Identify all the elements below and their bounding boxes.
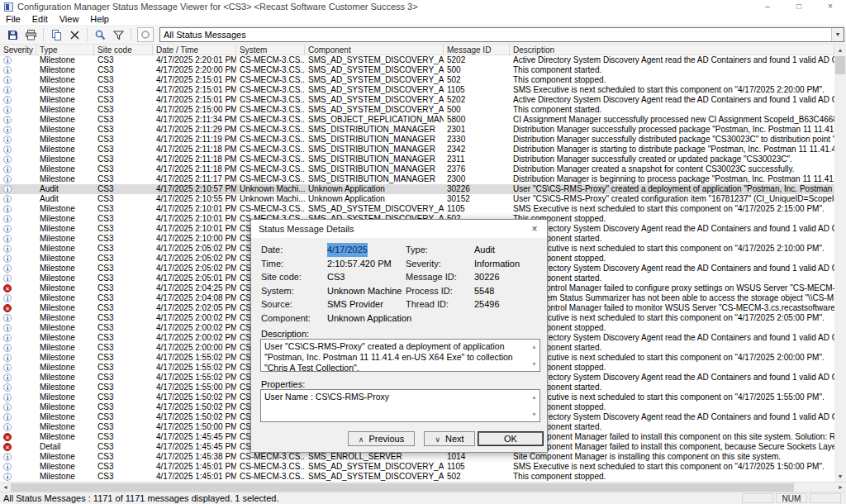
site-code-cell: CS3: [94, 303, 153, 313]
scroll-down-icon[interactable]: ▼: [531, 409, 537, 420]
table-row[interactable]: iMilestoneCS34/17/2025 2:11:18 PMCS-MECM…: [0, 164, 834, 174]
menu-view[interactable]: View: [54, 14, 85, 24]
site-code-cell: CS3: [94, 65, 153, 75]
table-row[interactable]: iMilestoneCS34/17/2025 2:11:17 PMCS-MECM…: [0, 174, 834, 184]
scroll-up-icon[interactable]: ▲: [531, 341, 537, 352]
site-code-cell: CS3: [94, 244, 153, 254]
type-cell: Milestone: [36, 244, 94, 254]
table-row[interactable]: iAuditCS34/17/2025 2:10:57 PMUnknown Mac…: [0, 184, 834, 194]
description-box[interactable]: User "CS\CS-RMS-Proxy" created a deploym…: [260, 339, 540, 372]
minimize-button[interactable]: –: [752, 0, 783, 13]
column-header-description[interactable]: Description: [510, 45, 834, 55]
horizontal-scroll-thumb[interactable]: [11, 483, 794, 492]
site-code-cell: CS3: [94, 462, 153, 472]
table-row[interactable]: iMilestoneCS34/17/2025 2:20:01 PMCS-MECM…: [0, 55, 834, 65]
table-row[interactable]: iMilestoneCS34/17/2025 2:15:01 PMCS-MECM…: [0, 95, 834, 105]
detail-view-button[interactable]: [91, 26, 109, 43]
site-code-cell: CS3: [94, 184, 153, 194]
description-cell: This component stopped.: [510, 323, 834, 333]
restore-button[interactable]: □: [783, 0, 815, 13]
message-filter-combo[interactable]: All Status Messages ▾: [159, 27, 844, 42]
close-button[interactable]: ×: [815, 0, 846, 13]
chevron-down-icon[interactable]: ▾: [831, 28, 844, 41]
scroll-up-icon[interactable]: ▲: [531, 392, 537, 402]
table-row[interactable]: iMilestoneCS34/17/2025 2:15:01 PMCS-MECM…: [0, 75, 834, 85]
severity-cell: i: [0, 383, 36, 392]
ok-button[interactable]: OK: [478, 431, 544, 446]
table-row[interactable]: iMilestoneCS34/17/2025 1:45:01 PMCS-MECM…: [0, 462, 834, 472]
component-cell: SMS_AD_SYSTEM_DISCOVERY_AGENT: [305, 75, 444, 85]
column-header-component[interactable]: Component: [305, 45, 444, 55]
component-cell: SMS_DISTRIBUTION_MANAGER: [305, 135, 444, 145]
severity-cell: i: [0, 204, 36, 214]
description-label: Description:: [261, 329, 309, 339]
properties-box[interactable]: User Name : CS\CS-RMS-Proxy ▲ ▼: [260, 389, 540, 422]
dialog-fields-right: Type:AuditSeverity:InformationMessage ID…: [406, 243, 542, 311]
scroll-down-icon[interactable]: ▼: [531, 359, 537, 369]
date-time-cell: 4/17/2025 1:55:02 PM: [153, 363, 236, 373]
field-value: Unknown Machine: [327, 284, 402, 298]
message-id-cell: 500: [444, 65, 510, 75]
column-header-date-time[interactable]: Date / Time: [153, 45, 236, 55]
field-value: 4/17/2025: [327, 243, 368, 257]
field-value: Unknown Application: [327, 311, 411, 326]
severity-cell: i: [0, 273, 36, 283]
column-header-system[interactable]: System: [236, 45, 305, 55]
scroll-down-icon[interactable]: ▼: [834, 471, 846, 482]
menu-edit[interactable]: Edit: [26, 14, 54, 24]
severity-cell: i: [0, 234, 36, 244]
table-row[interactable]: iMilestoneCS34/17/2025 2:11:29 PMCS-MECM…: [0, 125, 834, 135]
next-button[interactable]: ∨Next: [424, 431, 475, 446]
table-row[interactable]: iAuditCS34/17/2025 2:10:55 PMUnknown Mac…: [0, 194, 834, 204]
type-cell: Milestone: [36, 95, 94, 105]
record-button[interactable]: [137, 27, 154, 42]
info-icon: i: [3, 344, 12, 352]
component-cell: Unknown Application: [305, 184, 444, 194]
date-time-cell: 4/17/2025 2:05:02 PM: [153, 264, 236, 273]
menu-help[interactable]: Help: [84, 14, 115, 24]
vertical-scrollbar[interactable]: ▲ ▼: [834, 45, 846, 482]
table-row[interactable]: iMilestoneCS34/17/2025 2:11:18 PMCS-MECM…: [0, 155, 834, 164]
save-button[interactable]: [3, 26, 21, 43]
table-row[interactable]: iMilestoneCS34/17/2025 1:45:01 PMCS-MECM…: [0, 472, 834, 482]
copy-button[interactable]: [47, 26, 65, 43]
table-row[interactable]: iMilestoneCS34/17/2025 2:15:00 PMCS-MECM…: [0, 105, 834, 115]
type-cell: Milestone: [36, 452, 94, 462]
print-button[interactable]: [21, 26, 40, 43]
status-pane: [810, 493, 841, 503]
field-label: Process ID:: [406, 284, 474, 298]
info-icon: i: [3, 383, 12, 392]
table-row[interactable]: iMilestoneCS34/17/2025 1:45:38 PMCS-MECM…: [0, 452, 834, 462]
field-label: System:: [261, 284, 327, 298]
table-row[interactable]: iMilestoneCS34/17/2025 2:11:34 PMCS-MECM…: [0, 115, 834, 125]
previous-button[interactable]: ∧Previous: [348, 431, 415, 446]
filter-button[interactable]: [109, 26, 127, 43]
type-cell: Audit: [36, 184, 94, 194]
component-cell: SMS_DISTRIBUTION_MANAGER: [305, 125, 444, 135]
delete-button[interactable]: [65, 26, 83, 43]
table-row[interactable]: iMilestoneCS34/17/2025 2:11:18 PMCS-MECM…: [0, 145, 834, 155]
column-header-severity[interactable]: Severity: [0, 45, 36, 55]
table-row[interactable]: iMilestoneCS34/17/2025 2:11:19 PMCS-MECM…: [0, 135, 834, 145]
delete-icon: [69, 29, 81, 41]
column-header-type[interactable]: Type: [36, 45, 94, 55]
info-icon: i: [3, 165, 12, 174]
system-cell: CS-MECM-3.CS...: [236, 452, 305, 462]
column-header-site-code[interactable]: Site code: [94, 45, 153, 55]
dialog-close-icon[interactable]: ×: [522, 220, 547, 238]
severity-cell: i: [0, 55, 36, 65]
site-code-cell: CS3: [94, 343, 153, 353]
vertical-scroll-thumb[interactable]: [835, 56, 845, 74]
column-header-message-id[interactable]: Message ID: [444, 45, 510, 55]
table-row[interactable]: iMilestoneCS34/17/2025 2:15:01 PMCS-MECM…: [0, 85, 834, 95]
scroll-up-icon[interactable]: ▲: [834, 45, 846, 55]
horizontal-scrollbar[interactable]: ◄ ►: [0, 482, 846, 492]
date-time-cell: 4/17/2025 1:55:02 PM: [153, 373, 236, 383]
record-icon: [140, 30, 150, 40]
info-icon: i: [3, 116, 12, 124]
table-row[interactable]: iMilestoneCS34/17/2025 2:20:00 PMCS-MECM…: [0, 65, 834, 75]
severity-cell: i: [0, 343, 36, 353]
menu-file[interactable]: File: [0, 14, 26, 24]
table-row[interactable]: iMilestoneCS34/17/2025 2:10:01 PMCS-MECM…: [0, 204, 834, 214]
date-time-cell: 4/17/2025 1:50:00 PM: [153, 422, 236, 432]
